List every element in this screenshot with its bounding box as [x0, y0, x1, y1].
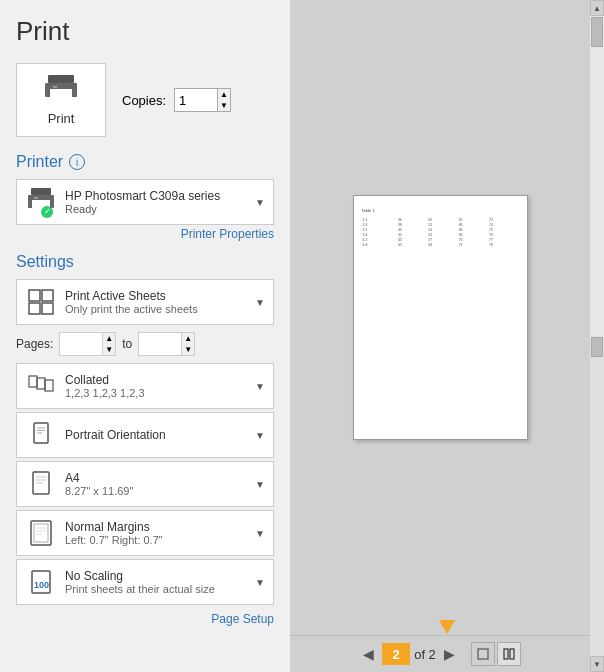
printer-name-area: HP Photosmart C309a series Ready — [65, 189, 255, 215]
collated-icon — [25, 370, 57, 402]
scroll-thumb-bottom[interactable] — [591, 337, 603, 357]
paper-size-arrow[interactable]: ▼ — [255, 479, 265, 490]
prev-page-button[interactable]: ◀ — [359, 644, 378, 664]
copies-down-button[interactable]: ▼ — [218, 100, 230, 111]
scroll-up-button[interactable]: ▲ — [590, 0, 604, 16]
single-page-icon — [477, 648, 489, 660]
print-area: Print Copies: ▲ ▼ — [16, 63, 274, 137]
scaling-row[interactable]: 100 No Scaling Print sheets at their act… — [16, 559, 274, 605]
table-row: 4.845587178 — [362, 242, 519, 247]
pages-label: Pages: — [16, 337, 53, 351]
paper-size-text: A4 8.27" x 11.69" — [65, 471, 255, 497]
svg-rect-9 — [42, 290, 53, 301]
scaling-sublabel: Print sheets at their actual size — [65, 583, 255, 595]
active-sheets-icon — [25, 286, 57, 318]
svg-rect-24 — [34, 524, 48, 542]
copies-up-button[interactable]: ▲ — [218, 89, 230, 100]
pages-from-spin: ▲ ▼ — [103, 332, 116, 356]
multi-page-icon — [503, 648, 515, 660]
margins-label: Normal Margins — [65, 520, 255, 534]
scaling-icon: 100 — [25, 566, 57, 598]
preview-table: 2.136506572 2.438526674 3.140546875 3.44… — [362, 217, 519, 247]
pages-to-up[interactable]: ▲ — [182, 333, 194, 344]
active-sheets-arrow[interactable]: ▼ — [255, 297, 265, 308]
svg-rect-10 — [29, 303, 40, 314]
print-active-sheets-row[interactable]: Print Active Sheets Only print the activ… — [16, 279, 274, 325]
active-sheets-sublabel: Only print the active sheets — [65, 303, 255, 315]
printer-ready-badge — [41, 206, 53, 218]
margins-icon — [25, 517, 57, 549]
scroll-down-button[interactable]: ▼ — [590, 656, 604, 672]
svg-rect-0 — [48, 75, 74, 83]
svg-text:100: 100 — [34, 580, 49, 590]
settings-section-title: Settings — [16, 253, 274, 271]
orientation-text: Portrait Orientation — [65, 428, 255, 442]
preview-area: Table 1 2.136506572 2.438526674 3.140546… — [290, 0, 604, 635]
collated-arrow[interactable]: ▼ — [255, 381, 265, 392]
total-pages-label: of 2 — [414, 647, 436, 662]
main-panel: Print Print Copies: ▲ ▼ Printer i — [0, 0, 290, 672]
next-page-button[interactable]: ▶ — [440, 644, 459, 664]
view-buttons — [471, 642, 521, 666]
collated-text: Collated 1,2,3 1,2,3 1,2,3 — [65, 373, 255, 399]
multi-page-view-button[interactable] — [497, 642, 521, 666]
printer-section-label: Printer — [16, 153, 63, 171]
preview-content: Table 1 2.136506572 2.438526674 3.140546… — [354, 196, 527, 259]
orientation-icon — [25, 419, 57, 451]
page-preview: Table 1 2.136506572 2.438526674 3.140546… — [353, 195, 528, 440]
svg-marker-30 — [439, 620, 455, 634]
copies-input-wrap: ▲ ▼ — [174, 88, 231, 112]
single-page-view-button[interactable] — [471, 642, 495, 666]
margins-arrow[interactable]: ▼ — [255, 528, 265, 539]
scroll-track — [590, 16, 604, 336]
svg-rect-31 — [478, 649, 488, 659]
printer-status-text: Ready — [65, 203, 255, 215]
pages-from-down[interactable]: ▼ — [103, 344, 115, 355]
pages-from-wrap: ▲ ▼ — [59, 332, 116, 356]
printer-select-row[interactable]: HP Photosmart C309a series Ready ▼ — [16, 179, 274, 225]
copies-spinner: ▲ ▼ — [218, 88, 231, 112]
page-indicator-arrow — [439, 620, 455, 634]
pages-to-input[interactable] — [138, 332, 182, 356]
svg-rect-12 — [29, 376, 37, 387]
orientation-arrow[interactable]: ▼ — [255, 430, 265, 441]
pages-to-spin: ▲ ▼ — [182, 332, 195, 356]
printer-dropdown-arrow[interactable]: ▼ — [255, 197, 265, 208]
info-icon[interactable]: i — [69, 154, 85, 170]
collated-label: Collated — [65, 373, 255, 387]
scroll-middle — [590, 336, 604, 656]
pages-from-input[interactable] — [59, 332, 103, 356]
nav-bar: ◀ 2 of 2 ▶ — [290, 635, 604, 672]
paper-size-sublabel: 8.27" x 11.69" — [65, 485, 255, 497]
scaling-arrow[interactable]: ▼ — [255, 577, 265, 588]
current-page-number: 2 — [393, 647, 400, 662]
settings-label: Settings — [16, 253, 74, 271]
printer-device-icon — [25, 186, 57, 218]
paper-size-row[interactable]: A4 8.27" x 11.69" ▼ — [16, 461, 274, 507]
scaling-label: No Scaling — [65, 569, 255, 583]
page-setup-link[interactable]: Page Setup — [16, 612, 274, 626]
current-page-box: 2 — [382, 643, 410, 665]
orientation-label: Portrait Orientation — [65, 428, 255, 442]
collated-sublabel: 1,2,3 1,2,3 1,2,3 — [65, 387, 255, 399]
print-button[interactable]: Print — [16, 63, 106, 137]
copies-input[interactable] — [174, 88, 218, 112]
preview-table-title: Table 1 — [362, 208, 519, 213]
print-button-label: Print — [48, 111, 75, 126]
pages-row: Pages: ▲ ▼ to ▲ ▼ — [16, 328, 274, 360]
svg-rect-11 — [42, 303, 53, 314]
paper-size-label: A4 — [65, 471, 255, 485]
collated-row[interactable]: Collated 1,2,3 1,2,3 1,2,3 ▼ — [16, 363, 274, 409]
svg-rect-33 — [510, 649, 514, 659]
pages-to-down[interactable]: ▼ — [182, 344, 194, 355]
scroll-thumb[interactable] — [591, 17, 603, 47]
printer-name-text: HP Photosmart C309a series — [65, 189, 255, 203]
orientation-row[interactable]: Portrait Orientation ▼ — [16, 412, 274, 458]
scrollbar: ▲ ▼ — [590, 0, 604, 672]
svg-rect-7 — [34, 197, 38, 199]
svg-rect-13 — [37, 378, 45, 389]
margins-row[interactable]: Normal Margins Left: 0.7" Right: 0.7" ▼ — [16, 510, 274, 556]
pages-from-up[interactable]: ▲ — [103, 333, 115, 344]
printer-section-title: Printer i — [16, 153, 274, 171]
printer-properties-link[interactable]: Printer Properties — [16, 227, 274, 241]
